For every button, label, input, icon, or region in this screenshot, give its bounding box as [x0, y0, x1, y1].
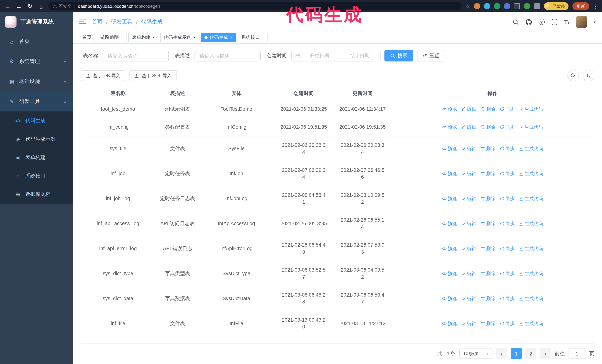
search-button[interactable]: 搜索 — [384, 50, 413, 62]
tab-form-builder[interactable]: 表单构建× — [129, 32, 158, 42]
delete-link[interactable]: 删除 — [480, 124, 495, 131]
delete-link[interactable]: 删除 — [480, 170, 495, 177]
generate-code-link[interactable]: 生成代码 — [519, 195, 543, 202]
edit-link[interactable]: 编辑 — [461, 220, 476, 227]
browser-update-button[interactable]: 更新 — [572, 2, 589, 10]
page-button-2[interactable]: 2 — [526, 348, 536, 359]
generate-code-link[interactable]: 生成代码 — [519, 124, 543, 131]
preview-link[interactable]: 预览 — [442, 295, 457, 302]
edit-link[interactable]: 编辑 — [461, 245, 476, 252]
close-icon[interactable]: × — [152, 35, 155, 40]
generate-code-link[interactable]: 生成代码 — [519, 106, 543, 113]
sync-link[interactable]: 同步 — [500, 220, 515, 227]
breadcrumb-home[interactable]: 首页 — [92, 19, 103, 25]
sync-link[interactable]: 同步 — [500, 245, 515, 252]
generate-code-link[interactable]: 生成代码 — [519, 295, 543, 302]
generate-code-link[interactable]: 生成代码 — [519, 145, 543, 152]
show-search-button[interactable] — [567, 70, 579, 82]
close-icon[interactable]: × — [262, 35, 264, 40]
reset-button[interactable]: ↺ 重置 — [417, 50, 445, 62]
app-logo[interactable]: 芋道管理系统 — [0, 12, 73, 31]
edit-link[interactable]: 编辑 — [461, 270, 476, 277]
preview-link[interactable]: 预览 — [442, 145, 457, 152]
date-start-placeholder[interactable]: 开始日期 — [302, 52, 337, 59]
back-icon[interactable]: ← — [4, 3, 12, 10]
preview-link[interactable]: 预览 — [442, 320, 457, 327]
preview-link[interactable]: 预览 — [442, 195, 457, 202]
help-icon[interactable]: ? — [538, 19, 545, 25]
sidebar-toggle-icon[interactable] — [79, 20, 86, 24]
page-size-select[interactable]: 10条/页 ▾ — [459, 348, 492, 359]
generate-code-link[interactable]: 生成代码 — [519, 320, 543, 327]
next-page-button[interactable]: › — [540, 348, 551, 359]
forward-icon[interactable]: → — [15, 3, 23, 10]
sync-link[interactable]: 同步 — [500, 106, 515, 113]
extension-icon[interactable] — [494, 3, 500, 9]
bookmark-star-icon[interactable]: ☆ — [465, 3, 470, 9]
delete-link[interactable]: 删除 — [480, 145, 495, 152]
tab-codegen-example[interactable]: 代码生成示例× — [160, 32, 199, 42]
sync-link[interactable]: 同步 — [500, 124, 515, 131]
sync-link[interactable]: 同步 — [500, 270, 515, 277]
sidebar-item-form-builder[interactable]: ▣ 表单构建 — [0, 148, 73, 167]
edit-link[interactable]: 编辑 — [461, 195, 476, 202]
extension-icon[interactable] — [484, 3, 490, 9]
delete-link[interactable]: 删除 — [480, 245, 495, 252]
sidebar-item-codegen[interactable]: </> 代码生成 — [0, 112, 73, 130]
edit-link[interactable]: 编辑 — [461, 295, 476, 302]
preview-link[interactable]: 预览 — [442, 270, 457, 277]
preview-link[interactable]: 预览 — [442, 170, 457, 177]
chrome-menu-icon[interactable]: ⋮ — [593, 3, 598, 9]
home-icon[interactable]: ⌂ — [37, 3, 45, 10]
reload-icon[interactable]: ↻ — [26, 3, 34, 10]
edit-link[interactable]: 编辑 — [461, 124, 476, 131]
delete-link[interactable]: 删除 — [480, 295, 495, 302]
generate-code-link[interactable]: 生成代码 — [519, 245, 543, 252]
sidebar-item-home[interactable]: ⌂ 首页 — [0, 31, 73, 52]
goto-page-input[interactable] — [569, 348, 585, 359]
import-sql-button[interactable]: 基于 SQL 导入 — [129, 70, 177, 81]
profile-sync-paused-badge[interactable]: 已暂停 — [544, 2, 569, 10]
extensions-puzzle-icon[interactable] — [534, 3, 540, 9]
delete-link[interactable]: 删除 — [480, 195, 495, 202]
delete-link[interactable]: 删除 — [480, 270, 495, 277]
extension-icon[interactable] — [524, 3, 530, 9]
preview-link[interactable]: 预览 — [442, 124, 457, 131]
table-name-input[interactable] — [103, 50, 169, 62]
generate-code-link[interactable]: 生成代码 — [519, 270, 543, 277]
sync-link[interactable]: 同步 — [500, 145, 515, 152]
preview-link[interactable]: 预览 — [442, 106, 457, 113]
table-desc-input[interactable] — [194, 50, 261, 62]
refresh-table-button[interactable]: ↻ — [583, 70, 594, 82]
chevron-down-icon[interactable]: ▾ — [594, 20, 596, 24]
fullscreen-icon[interactable] — [551, 19, 558, 25]
page-button-1[interactable]: 1 — [511, 348, 522, 359]
close-icon[interactable]: × — [194, 35, 196, 40]
delete-link[interactable]: 删除 — [480, 220, 495, 227]
sidebar-item-system[interactable]: ⚙ 系统管理 ▾ — [0, 52, 73, 72]
extension-icon[interactable] — [474, 3, 480, 9]
tab-system-api[interactable]: 系统接口× — [238, 32, 268, 42]
not-secure-warning[interactable]: ⚠ 不安全 — [53, 3, 71, 9]
sidebar-item-infra[interactable]: ▦ 基础设施 ▾ — [0, 72, 73, 92]
sidebar-item-db-doc[interactable]: ▤ 数据库文档 — [0, 185, 73, 204]
sync-link[interactable]: 同步 — [500, 295, 515, 302]
extension-icon[interactable] — [504, 3, 510, 9]
sidebar-item-codegen-example[interactable]: ◈ 代码生成示例 — [0, 130, 73, 148]
date-range-picker[interactable]: 开始日期 - 结束日期 — [291, 50, 380, 62]
address-bar[interactable]: ⚠ 不安全 dashboard.yudao.iocoder.cn/tool/co… — [48, 2, 462, 10]
tab-tracing[interactable]: 链路追踪× — [97, 32, 127, 42]
edit-link[interactable]: 编辑 — [461, 170, 476, 177]
breadcrumb-devtools[interactable]: 研发工具 — [111, 19, 133, 25]
extension-icon[interactable] — [514, 3, 520, 9]
user-avatar[interactable] — [576, 16, 587, 28]
edit-link[interactable]: 编辑 — [461, 106, 476, 113]
font-size-icon[interactable]: TT — [564, 19, 570, 25]
generate-code-link[interactable]: 生成代码 — [519, 220, 543, 227]
prev-page-button[interactable]: ‹ — [496, 348, 507, 359]
preview-link[interactable]: 预览 — [442, 220, 457, 227]
github-icon[interactable] — [525, 19, 532, 25]
edit-link[interactable]: 编辑 — [461, 145, 476, 152]
edit-link[interactable]: 编辑 — [461, 320, 476, 327]
tab-codegen[interactable]: 代码生成× — [201, 32, 236, 42]
